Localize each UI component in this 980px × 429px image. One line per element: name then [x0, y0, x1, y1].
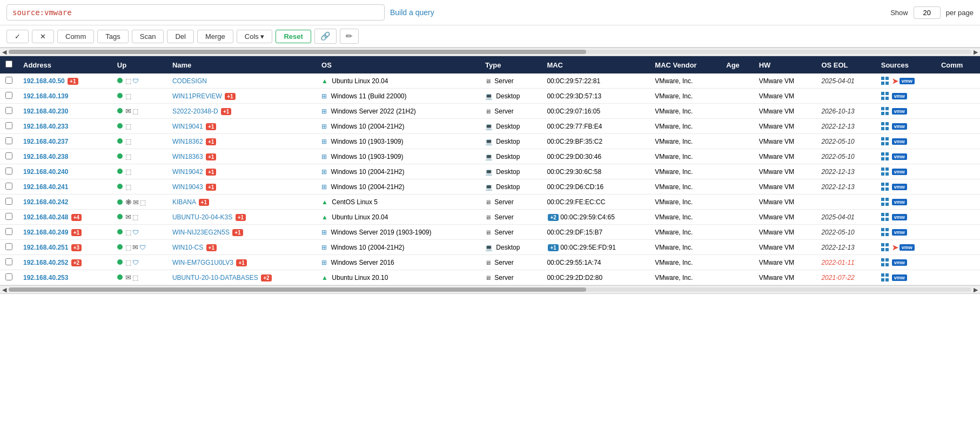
name-link[interactable]: UBUNTU-20-04-K3S: [172, 213, 232, 221]
row-checkbox-cell[interactable]: [0, 240, 18, 255]
th-address[interactable]: Address: [18, 56, 112, 73]
sources-grid-icon[interactable]: [881, 92, 890, 100]
row-checkbox-cell[interactable]: [0, 134, 18, 149]
name-link[interactable]: WIN18363: [172, 153, 203, 160]
ip-link[interactable]: 192.168.40.50: [23, 77, 65, 85]
edit-button[interactable]: ✏: [340, 29, 359, 44]
th-checkbox[interactable]: [0, 56, 18, 73]
row-checkbox-cell[interactable]: [0, 104, 18, 119]
row-checkbox-cell[interactable]: [0, 179, 18, 195]
ip-link[interactable]: 192.168.40.238: [23, 153, 68, 160]
sources-grid-icon[interactable]: [881, 122, 890, 131]
sources-grid-icon[interactable]: [881, 258, 890, 267]
row-checkbox[interactable]: [5, 122, 12, 129]
row-checkbox-cell[interactable]: [0, 89, 18, 104]
row-checkbox[interactable]: [5, 243, 12, 250]
ip-link[interactable]: 192.168.40.241: [23, 183, 68, 191]
sources-grid-icon[interactable]: [881, 137, 890, 146]
sources-grid-icon[interactable]: [881, 243, 890, 252]
row-checkbox-cell[interactable]: [0, 149, 18, 164]
scroll-left-arrow[interactable]: ◀: [2, 49, 6, 56]
th-os-eol[interactable]: OS EOL: [816, 56, 875, 73]
name-link[interactable]: S2022-20348-D: [172, 108, 218, 115]
sources-grid-icon[interactable]: [881, 273, 890, 282]
name-link[interactable]: WIN11PREVIEW: [172, 92, 222, 100]
row-checkbox[interactable]: [5, 152, 12, 159]
scroll-thumb[interactable]: [9, 50, 586, 54]
name-link[interactable]: WIN19041: [172, 123, 203, 130]
select-all-checkbox[interactable]: [5, 61, 12, 68]
ip-link[interactable]: 192.168.40.252: [23, 259, 68, 266]
ip-link[interactable]: 192.168.40.248: [23, 213, 68, 221]
ip-link[interactable]: 192.168.40.233: [23, 123, 68, 130]
sources-grid-icon[interactable]: [881, 213, 890, 222]
row-checkbox-cell[interactable]: [0, 255, 18, 270]
ip-link[interactable]: 192.168.40.240: [23, 168, 68, 176]
search-input[interactable]: [6, 4, 385, 21]
row-checkbox[interactable]: [5, 77, 12, 84]
name-link[interactable]: CODESIGN: [172, 77, 207, 85]
scroll-right-arrow[interactable]: ▶: [974, 49, 978, 56]
row-checkbox-cell[interactable]: [0, 119, 18, 134]
row-checkbox-cell[interactable]: [0, 210, 18, 225]
row-checkbox[interactable]: [5, 213, 12, 220]
th-mac[interactable]: MAC: [541, 56, 649, 73]
del-button[interactable]: Del: [167, 30, 194, 43]
ip-link[interactable]: 192.168.40.242: [23, 198, 68, 206]
reset-button[interactable]: Reset: [276, 30, 311, 43]
ip-link[interactable]: 192.168.40.139: [23, 92, 68, 100]
ip-link[interactable]: 192.168.40.249: [23, 229, 68, 236]
row-checkbox[interactable]: [5, 198, 12, 205]
row-checkbox[interactable]: [5, 228, 12, 235]
scroll-thumb-bottom[interactable]: [9, 287, 586, 292]
sources-grid-icon[interactable]: [881, 183, 890, 191]
row-checkbox[interactable]: [5, 137, 12, 144]
row-checkbox-cell[interactable]: [0, 225, 18, 240]
ip-link[interactable]: 192.168.40.253: [23, 274, 68, 281]
scroll-right-arrow-bottom[interactable]: ▶: [974, 286, 978, 293]
sources-grid-icon[interactable]: [881, 228, 890, 237]
row-checkbox-cell[interactable]: [0, 270, 18, 285]
name-link[interactable]: WIN-EM7GG1U0LV3: [172, 259, 233, 266]
row-checkbox[interactable]: [5, 167, 12, 175]
sources-grid-icon[interactable]: [881, 107, 890, 116]
scroll-left-arrow-bottom[interactable]: ◀: [2, 286, 6, 293]
name-link[interactable]: WIN18362: [172, 138, 203, 145]
top-scrollbar[interactable]: ◀ ▶: [0, 48, 980, 56]
row-checkbox[interactable]: [5, 183, 12, 190]
scan-button[interactable]: Scan: [132, 30, 164, 43]
sources-grid-icon[interactable]: [881, 198, 890, 206]
th-sources[interactable]: Sources: [876, 56, 936, 73]
show-per-page-input[interactable]: [914, 6, 941, 19]
sources-grid-icon[interactable]: [881, 152, 890, 161]
comm-button[interactable]: Comm: [57, 30, 94, 43]
th-os[interactable]: OS: [316, 56, 480, 73]
scroll-track[interactable]: [9, 50, 971, 54]
row-checkbox-cell[interactable]: [0, 164, 18, 179]
row-checkbox[interactable]: [5, 107, 12, 114]
name-link[interactable]: KIBANA: [172, 198, 196, 206]
scroll-track-bottom[interactable]: [9, 287, 971, 292]
th-up[interactable]: Up: [112, 56, 167, 73]
row-checkbox[interactable]: [5, 273, 12, 280]
row-checkbox[interactable]: [5, 92, 12, 99]
row-checkbox[interactable]: [5, 258, 12, 265]
name-link[interactable]: UBUNTU-20-10-DATABASES: [172, 274, 258, 281]
name-link[interactable]: WIN-NIJ23EG2N5S: [172, 229, 230, 236]
merge-button[interactable]: Merge: [197, 30, 233, 43]
sources-grid-icon[interactable]: [881, 77, 890, 85]
th-age[interactable]: Age: [721, 56, 753, 73]
ip-link[interactable]: 192.168.40.251: [23, 244, 68, 251]
th-comm[interactable]: Comm: [936, 56, 980, 73]
th-mac-vendor[interactable]: MAC Vendor: [649, 56, 721, 73]
row-checkbox-cell[interactable]: [0, 73, 18, 89]
sources-grid-icon[interactable]: [881, 167, 890, 176]
cols-button[interactable]: Cols ▾: [237, 30, 273, 43]
th-type[interactable]: Type: [480, 56, 541, 73]
th-name[interactable]: Name: [167, 56, 316, 73]
tags-button[interactable]: Tags: [97, 30, 128, 43]
name-link[interactable]: WIN19043: [172, 183, 203, 191]
row-checkbox-cell[interactable]: [0, 195, 18, 210]
ip-link[interactable]: 192.168.40.230: [23, 108, 68, 115]
name-link[interactable]: WIN10-CS: [172, 244, 203, 251]
